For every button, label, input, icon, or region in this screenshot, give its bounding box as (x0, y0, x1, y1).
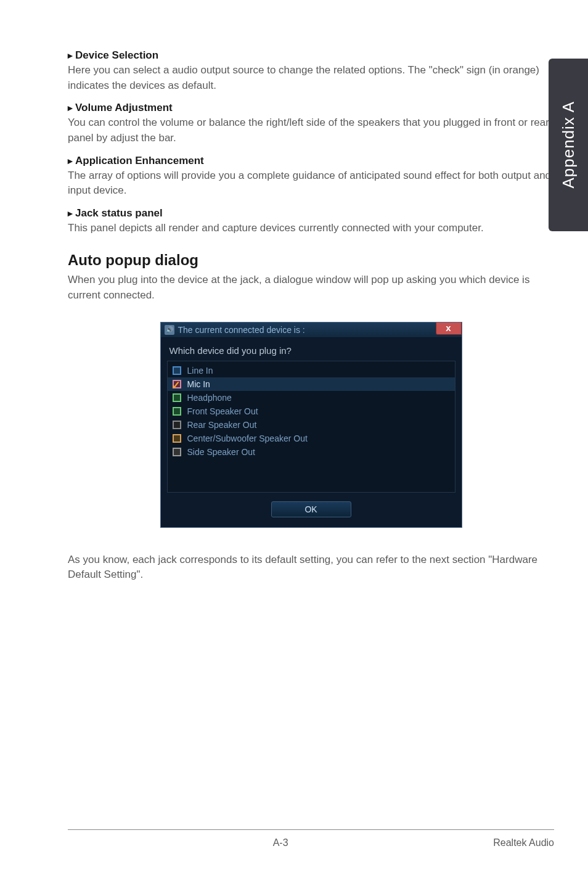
jack-icon-pink-checked: ✓ (173, 380, 181, 388)
dialog-footer: OK (161, 501, 462, 527)
list-spacer (168, 459, 455, 490)
device-label: Front Speaker Out (187, 406, 258, 416)
dialog-screenshot-wrap: 🔊 The current connected device is : x Wh… (68, 322, 554, 528)
jack-icon-black (173, 421, 181, 429)
jack-icon-green (173, 393, 181, 402)
jack-icon-green2 (173, 407, 181, 416)
device-option-center-sub[interactable]: Center/Subwoofer Speaker Out (168, 432, 455, 445)
close-button[interactable]: x (436, 322, 462, 335)
dialog-question: Which device did you plug in? (161, 338, 462, 361)
section-body-jack-status: This panel depicts all render and captur… (68, 221, 554, 236)
section-body-application-enhancement: The array of options will provide you a … (68, 168, 554, 199)
device-label: Line In (187, 366, 213, 376)
section-jack-status: Jack status panel This panel depicts all… (68, 207, 554, 236)
section-title-device-selection: Device Selection (68, 49, 554, 62)
section-body-volume-adjustment: You can control the volume or balance th… (68, 115, 554, 146)
check-icon: ✓ (171, 379, 181, 392)
device-option-headphone[interactable]: Headphone (168, 391, 455, 405)
section-body-device-selection: Here you can select a audio output sourc… (68, 63, 554, 93)
device-list: Line In ✓ Mic In Headphone Front Speaker… (167, 361, 455, 493)
device-dialog: 🔊 The current connected device is : x Wh… (160, 322, 462, 528)
dialog-title: The current connected device is : (178, 325, 305, 335)
jack-icon-grey (173, 448, 181, 456)
device-option-rear-speaker[interactable]: Rear Speaker Out (168, 418, 455, 432)
device-label: Rear Speaker Out (187, 420, 257, 430)
section-title-application-enhancement: Application Enhancement (68, 155, 554, 167)
device-label: Center/Subwoofer Speaker Out (187, 433, 308, 443)
page-footer: A-3 Realtek Audio (68, 829, 554, 848)
jack-icon-orange (173, 434, 181, 443)
appendix-side-tab: Appendix A (549, 59, 588, 231)
closing-paragraph: As you know, each jack corresponds to it… (68, 552, 554, 583)
footer-section: Realtek Audio (493, 837, 554, 848)
body-auto-popup: When you plug into the device at the jac… (68, 273, 554, 303)
device-label: Mic In (187, 379, 210, 389)
page-content: Device Selection Here you can select a a… (0, 0, 588, 583)
section-volume-adjustment: Volume Adjustment You can control the vo… (68, 102, 554, 146)
page-number: A-3 (68, 837, 493, 848)
section-title-jack-status: Jack status panel (68, 207, 554, 220)
device-label: Side Speaker Out (187, 447, 256, 457)
jack-icon-blue (173, 366, 181, 375)
section-device-selection: Device Selection Here you can select a a… (68, 49, 554, 93)
heading-auto-popup: Auto popup dialog (68, 252, 554, 269)
device-label: Headphone (187, 393, 232, 403)
appendix-side-label: Appendix A (559, 101, 578, 189)
dialog-titlebar: 🔊 The current connected device is : x (161, 322, 462, 338)
section-application-enhancement: Application Enhancement The array of opt… (68, 155, 554, 199)
device-option-mic-in[interactable]: ✓ Mic In (168, 377, 455, 391)
device-option-line-in[interactable]: Line In (168, 364, 455, 377)
device-option-side-speaker[interactable]: Side Speaker Out (168, 445, 455, 459)
device-option-front-speaker[interactable]: Front Speaker Out (168, 405, 455, 418)
section-title-volume-adjustment: Volume Adjustment (68, 102, 554, 114)
ok-button[interactable]: OK (271, 501, 351, 517)
speaker-icon: 🔊 (165, 325, 174, 335)
